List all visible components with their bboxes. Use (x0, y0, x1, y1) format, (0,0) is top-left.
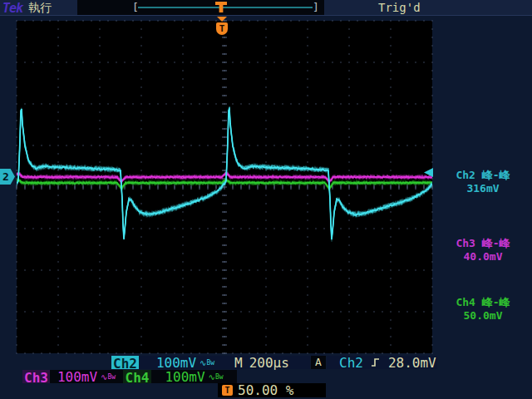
timebase-readout: M 200µs (232, 356, 310, 369)
ch2-readout-box: Ch2 (111, 356, 139, 369)
trigger-mode-label: A (311, 356, 326, 369)
horizontal-position-readout: T 50.00 % (218, 383, 326, 397)
bottom-status-bar: Ch2 100mV ∿ Bw M 200µs A Ch2 28.0mV Ch3 … (0, 355, 532, 399)
bandwidth-limit-icon: Bw (215, 373, 224, 381)
measurement-label: Ch2 峰-峰 (434, 169, 532, 182)
horizontal-position-value: 50.00 % (238, 382, 293, 398)
trigger-level: 28.0mV (388, 355, 436, 371)
measurement-value: 40.0mV (434, 250, 532, 264)
ch4-scale-readout: 100mV ∿ Bw (151, 370, 237, 383)
bandwidth-limit-icon: Bw (107, 373, 116, 381)
ch2-scale-readout: 100mV ∿ Bw (139, 356, 232, 369)
ch3-scale-readout: 100mV ∿ Bw (50, 370, 123, 383)
trigger-readout: Ch2 28.0mV (327, 356, 437, 369)
rising-edge-icon (371, 357, 381, 367)
timebase-value: 200µs (249, 355, 289, 371)
ch3-readout-box: Ch3 (22, 370, 50, 383)
oscilloscope-screen: Tek 執行 [ ] Trig'd T 2 Ch2 峰-峰 316mV Ch3 … (0, 0, 532, 399)
timebase-label: M (234, 355, 243, 371)
measurement-ch2-peak-to-peak: Ch2 峰-峰 316mV (434, 169, 532, 195)
ch4-scale-value: 100mV (165, 369, 204, 385)
ac-coupling-icon: ∿ (200, 358, 206, 367)
ch4-readout-box: Ch4 (123, 370, 151, 383)
measurement-label: Ch3 峰-峰 (434, 237, 532, 250)
trigger-source: Ch2 (339, 355, 363, 371)
ac-coupling-icon: ∿ (101, 372, 107, 382)
waveform-canvas (0, 0, 532, 399)
trigger-icon: T (222, 385, 233, 396)
measurement-ch3-peak-to-peak: Ch3 峰-峰 40.0mV (434, 237, 532, 264)
measurement-label: Ch4 峰-峰 (434, 296, 532, 309)
ch3-scale-value: 100mV (57, 369, 97, 385)
measurement-ch4-peak-to-peak: Ch4 峰-峰 50.0mV (434, 296, 532, 323)
bandwidth-limit-icon: Bw (206, 359, 214, 367)
measurement-value: 50.0mV (434, 309, 532, 323)
ac-coupling-icon: ∿ (209, 372, 215, 382)
measurement-value: 316mV (434, 182, 532, 195)
trigger-position-badge-icon: T (216, 22, 228, 35)
